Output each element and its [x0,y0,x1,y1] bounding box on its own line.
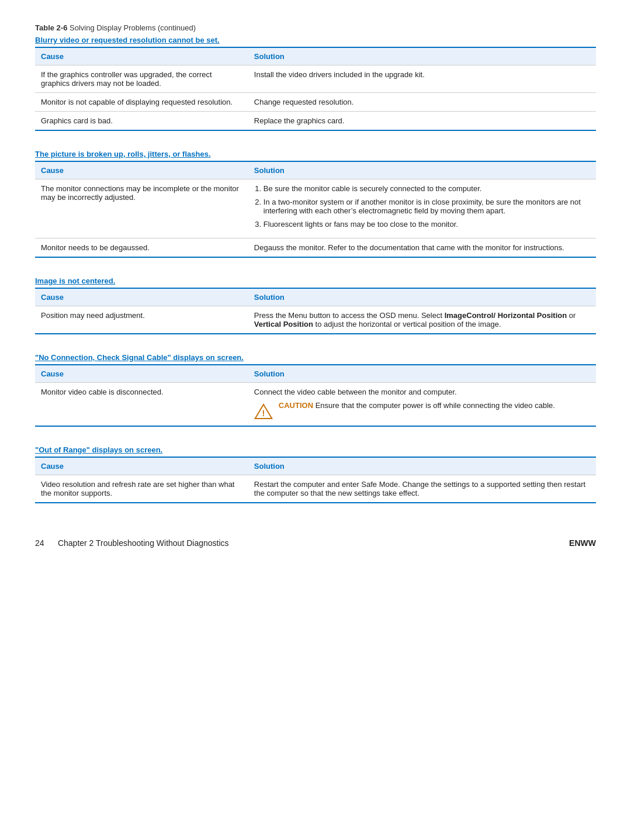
solution-cell: Install the video drivers included in th… [248,65,596,93]
page-footer: 24 Chapter 2 Troubleshooting Without Dia… [35,538,596,548]
caution-text: CAUTION Ensure that the computer power i… [279,401,555,410]
cause-cell: Monitor video cable is disconnected. [35,383,248,427]
footer-brand: ENWW [569,538,596,548]
bold-text: Vertical Position [254,320,313,329]
col-header-solution-1: Solution [248,47,596,65]
footer-chapter: 24 Chapter 2 Troubleshooting Without Dia… [35,538,229,548]
bold-text: ImageControl/ Horizontal Position [445,311,567,320]
col-header-cause-1: Cause [35,47,248,65]
table-row: Position may need adjustment. Press the … [35,306,596,334]
solution-cell: Change requested resolution. [248,93,596,112]
cause-cell: Video resolution and refresh rate are se… [35,475,248,503]
cause-cell: Monitor needs to be degaussed. [35,238,248,258]
section-image-not-centered: Image is not centered. Cause Solution Po… [35,276,596,334]
section-heading-blurry-video: Blurry video or requested resolution can… [35,36,596,44]
chapter-text: Chapter 2 Troubleshooting Without Diagno… [58,538,229,548]
table-row: Monitor is not capable of displaying req… [35,93,596,112]
svg-text:!: ! [262,409,265,418]
table-blurry-video: Cause Solution If the graphics controlle… [35,47,596,131]
col-header-cause-4: Cause [35,365,248,383]
cause-cell: Position may need adjustment. [35,306,248,334]
col-header-solution-3: Solution [248,288,596,306]
table-row: Video resolution and refresh rate are se… [35,475,596,503]
section-no-connection: "No Connection, Check Signal Cable" disp… [35,353,596,427]
solution-text: Connect the video cable between the moni… [254,388,457,396]
col-header-cause-3: Cause [35,288,248,306]
cause-cell: Graphics card is bad. [35,112,248,131]
solution-list: Be sure the monitor cable is securely co… [264,184,590,229]
col-header-solution-2: Solution [248,161,596,179]
solution-cell: Connect the video cable between the moni… [248,383,596,427]
section-heading-no-connection: "No Connection, Check Signal Cable" disp… [35,353,596,362]
table-row: Graphics card is bad. Replace the graphi… [35,112,596,131]
section-heading-picture-broken: The picture is broken up, rolls, jitters… [35,150,596,158]
solution-cell: Be sure the monitor cable is securely co… [248,179,596,238]
table-row: Monitor video cable is disconnected. Con… [35,383,596,427]
caution-label: CAUTION [279,401,313,410]
section-blurry-video: Blurry video or requested resolution can… [35,36,596,131]
table-title: Table 2-6 Solving Display Problems (cont… [35,23,596,32]
list-item: Fluorescent lights or fans may be too cl… [264,220,590,229]
page-number: 24 [35,538,44,548]
list-item: Be sure the monitor cable is securely co… [264,184,590,193]
col-header-cause-2: Cause [35,161,248,179]
cause-cell: The monitor connections may be incomplet… [35,179,248,238]
section-out-of-range: "Out of Range" displays on screen. Cause… [35,445,596,503]
caution-box: ! CAUTION Ensure that the computer power… [254,401,590,421]
table-row: Monitor needs to be degaussed. Degauss t… [35,238,596,258]
list-item: In a two-monitor system or if another mo… [264,198,590,215]
caution-icon: ! [254,402,273,421]
cause-cell: If the graphics controller was upgraded,… [35,65,248,93]
table-image-not-centered: Cause Solution Position may need adjustm… [35,288,596,334]
solution-cell: Restart the computer and enter Safe Mode… [248,475,596,503]
col-header-cause-5: Cause [35,457,248,475]
section-heading-out-of-range: "Out of Range" displays on screen. [35,445,596,454]
cause-cell: Monitor is not capable of displaying req… [35,93,248,112]
solution-cell: Degauss the monitor. Refer to the docume… [248,238,596,258]
section-picture-broken: The picture is broken up, rolls, jitters… [35,150,596,258]
table-row: The monitor connections may be incomplet… [35,179,596,238]
table-no-connection: Cause Solution Monitor video cable is di… [35,364,596,427]
table-out-of-range: Cause Solution Video resolution and refr… [35,457,596,503]
col-header-solution-5: Solution [248,457,596,475]
solution-cell: Replace the graphics card. [248,112,596,131]
solution-cell: Press the Menu button to access the OSD … [248,306,596,334]
table-row: If the graphics controller was upgraded,… [35,65,596,93]
col-header-solution-4: Solution [248,365,596,383]
table-picture-broken: Cause Solution The monitor connections m… [35,161,596,258]
caution-description-text: Ensure that the computer power is off wh… [316,401,555,410]
section-heading-image-not-centered: Image is not centered. [35,276,596,285]
